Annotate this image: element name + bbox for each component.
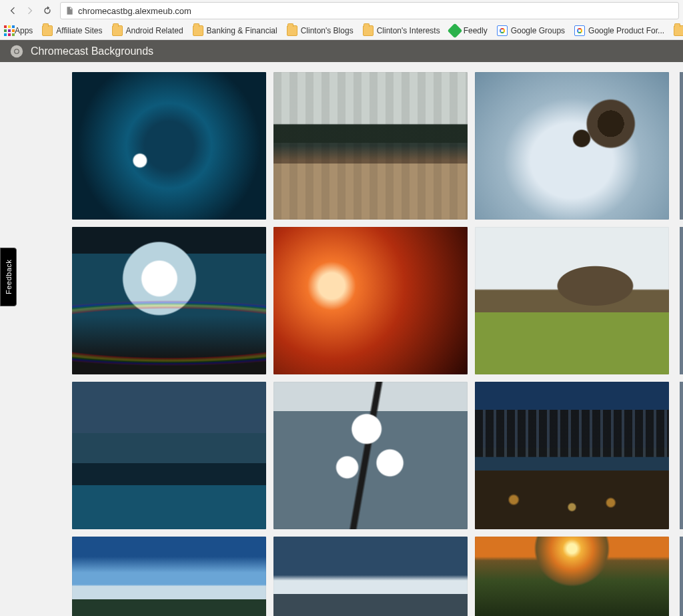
folder-icon [674, 25, 683, 36]
bookmark-google-groups[interactable]: Google Groups [497, 25, 565, 36]
gallery-thumb[interactable] [72, 72, 266, 220]
back-button[interactable] [4, 2, 21, 19]
apps-icon [4, 25, 15, 36]
arrow-right-icon [25, 5, 35, 16]
gallery-thumb[interactable] [475, 72, 669, 220]
folder-icon [287, 25, 297, 36]
bookmark-affiliate-sites[interactable]: Affiliate Sites [42, 25, 102, 36]
gallery-thumb[interactable] [72, 537, 266, 616]
bookmark-apps[interactable]: Apps [4, 25, 33, 36]
bookmark-android-related[interactable]: Android Related [112, 25, 183, 36]
gallery-thumb[interactable] [475, 382, 669, 529]
bookmark-label: Banking & Financial [207, 26, 277, 35]
reload-icon [42, 5, 53, 16]
folder-icon [42, 25, 53, 36]
bookmark-label: Android Related [126, 26, 183, 35]
gallery-overflow-column [680, 72, 683, 616]
reload-button[interactable] [39, 2, 56, 19]
google-icon [574, 25, 585, 36]
gallery-thumb[interactable] [273, 72, 468, 220]
forward-button[interactable] [21, 2, 39, 19]
bookmark-label: Clinton's Blogs [301, 26, 354, 35]
page-title: Chromecast Backgrounds [31, 45, 153, 57]
bookmark-label: Google Product For... [588, 26, 664, 35]
folder-icon [112, 25, 123, 36]
gallery-thumb[interactable] [273, 537, 468, 616]
gallery-thumb[interactable] [72, 382, 266, 529]
bookmark-google-product-forums[interactable]: Google Product For... [574, 25, 664, 36]
page-icon [65, 6, 74, 15]
bookmark-banking-financial[interactable]: Banking & Financial [193, 25, 277, 36]
bookmark-google-sites[interactable]: Google Sites [674, 25, 683, 36]
folder-icon [363, 25, 374, 36]
bookmarks-bar: Apps Affiliate Sites Android Related Ban… [0, 21, 683, 40]
browser-toolbar: chromecastbg.alexmeub.com [0, 0, 683, 21]
bookmark-clintons-blogs[interactable]: Clinton's Blogs [287, 25, 354, 36]
google-icon [497, 25, 508, 36]
gallery-thumb[interactable] [273, 227, 468, 374]
page-content: Feedback [0, 62, 683, 616]
bookmark-label: Apps [15, 26, 33, 35]
gallery-thumb[interactable] [273, 382, 468, 529]
gallery-thumb[interactable] [475, 537, 669, 616]
bookmark-label: Google Groups [511, 26, 565, 35]
folder-icon [193, 25, 203, 36]
feedback-tab[interactable]: Feedback [0, 248, 17, 306]
url-text: chromecastbg.alexmeub.com [78, 6, 191, 16]
address-bar[interactable]: chromecastbg.alexmeub.com [60, 2, 679, 19]
bookmark-label: Clinton's Interests [377, 26, 440, 35]
svg-point-2 [15, 49, 19, 53]
gallery-thumb[interactable] [475, 227, 669, 374]
gallery-thumb[interactable] [72, 227, 266, 374]
bookmark-clintons-interests[interactable]: Clinton's Interests [363, 25, 440, 36]
page-header: Chromecast Backgrounds [0, 40, 683, 62]
bookmark-feedly[interactable]: Feedly [450, 25, 488, 36]
bookmark-label: Feedly [464, 26, 488, 35]
feedly-icon [447, 23, 462, 38]
chrome-icon [9, 44, 24, 59]
feedback-label: Feedback [5, 260, 13, 294]
bookmark-label: Affiliate Sites [56, 26, 102, 35]
arrow-left-icon [7, 5, 18, 16]
image-gallery [72, 72, 669, 616]
